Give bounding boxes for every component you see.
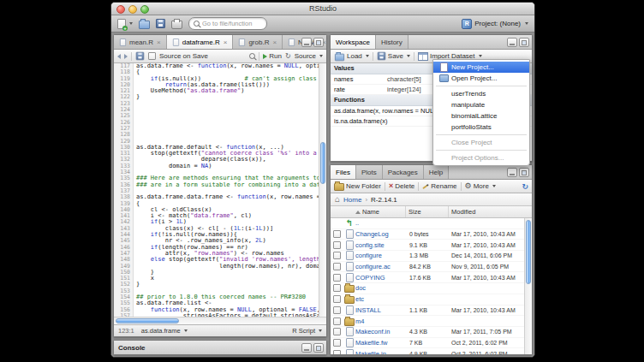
close-tab-icon[interactable]: ×: [224, 39, 228, 46]
tab-help[interactable]: Help: [424, 165, 449, 179]
minimize-pane-icon[interactable]: [301, 343, 312, 353]
file-link[interactable]: Makeconf.in: [355, 328, 407, 335]
save-workspace-button[interactable]: Save: [377, 51, 410, 61]
maximize-pane-icon[interactable]: [313, 343, 324, 353]
file-link[interactable]: ChangeLog: [355, 230, 407, 238]
source-on-save-checkbox[interactable]: [148, 52, 156, 60]
editor-tab-mean-r[interactable]: mean.R×: [114, 35, 167, 49]
scrollbar-thumb[interactable]: [320, 142, 325, 184]
column-header-modified[interactable]: Modified: [448, 206, 532, 217]
load-workspace-button[interactable]: Load: [334, 51, 369, 62]
maximize-pane-icon[interactable]: [313, 38, 324, 47]
file-checkbox[interactable]: [333, 317, 341, 325]
file-row[interactable]: config.site9.1 KBMar 17, 2010, 10:43 AM: [331, 240, 532, 251]
editor-tab-grob-r[interactable]: grob.R×: [233, 35, 283, 49]
back-icon[interactable]: [117, 54, 121, 59]
file-row[interactable]: Makefile.fw7 KBOct 2, 2011, 6:02 PM: [331, 338, 532, 349]
file-row[interactable]: m4: [331, 316, 532, 327]
file-row[interactable]: doc: [331, 283, 532, 294]
new-folder-button[interactable]: New Folder: [334, 181, 381, 191]
breadcrumb-home-link[interactable]: Home: [343, 196, 361, 204]
column-header-size[interactable]: Size: [405, 206, 448, 217]
file-checkbox[interactable]: [333, 252, 341, 259]
file-link[interactable]: Makefile.fw: [355, 339, 407, 347]
close-tab-icon[interactable]: ×: [272, 39, 277, 46]
rerun-icon[interactable]: [285, 52, 291, 60]
file-row[interactable]: configure.ac84.2 KBNov 9, 2011, 6:05 PM: [331, 262, 532, 273]
file-row[interactable]: INSTALL1.1 KBMar 17, 2010, 10:43 AM: [331, 306, 532, 317]
file-link[interactable]: COPYING: [355, 274, 407, 282]
editor-vertical-scrollbar[interactable]: [319, 63, 326, 317]
tab-workspace[interactable]: Workspace: [331, 35, 376, 49]
file-checkbox[interactable]: [333, 339, 341, 347]
editor-horizontal-scrollbar[interactable]: [114, 317, 326, 324]
project-menu-button[interactable]: R Project: (None): [462, 19, 528, 29]
maximize-pane-icon[interactable]: [519, 168, 529, 177]
menu-item-project-options[interactable]: Project Options...: [433, 152, 529, 163]
console-header[interactable]: Console: [114, 341, 326, 354]
menu-item-binomiallattice[interactable]: binomialLattice: [433, 110, 529, 122]
run-button[interactable]: Run: [263, 52, 282, 60]
file-checkbox[interactable]: [333, 328, 341, 335]
file-link[interactable]: configure.ac: [355, 263, 407, 270]
rename-button[interactable]: Rename: [422, 182, 456, 190]
delete-button[interactable]: Delete: [389, 182, 414, 190]
menu-item-new-project[interactable]: New Project...: [433, 62, 529, 73]
tab-history[interactable]: History: [376, 35, 408, 49]
save-icon[interactable]: [136, 52, 144, 60]
zoom-window-button[interactable]: [140, 5, 149, 14]
file-checkbox[interactable]: [333, 295, 341, 303]
maximize-pane-icon[interactable]: [519, 38, 529, 47]
folder-link[interactable]: doc: [355, 284, 407, 292]
titlebar[interactable]: RStudio: [111, 3, 534, 15]
file-row[interactable]: ↰..: [331, 218, 532, 229]
folder-link[interactable]: m4: [355, 317, 407, 325]
folder-link[interactable]: etc: [355, 295, 407, 303]
code-editor[interactable]: 117as.data.frame <- function(x, row.name…: [114, 63, 326, 317]
scrollbar-thumb[interactable]: [116, 318, 179, 323]
file-link[interactable]: INSTALL: [355, 306, 407, 314]
menu-item-portfoliostats[interactable]: portfolioStats: [433, 122, 529, 133]
minimize-window-button[interactable]: [128, 5, 137, 14]
file-link[interactable]: Makefile.in: [355, 350, 407, 354]
editor-tab-dataframe-r[interactable]: dataframe.R×: [167, 35, 234, 49]
file-row[interactable]: etc: [331, 294, 532, 306]
goto-file-input[interactable]: [202, 20, 262, 27]
file-row[interactable]: COPYING17.6 KBMar 17, 2010, 10:43 AM: [331, 272, 532, 283]
file-link[interactable]: configure: [355, 252, 407, 259]
file-row[interactable]: configure1.3 MBDec 14, 2011, 6:06 PM: [331, 251, 532, 262]
menu-item-open-project[interactable]: Open Project...: [433, 73, 529, 84]
menu-item-close-project[interactable]: Close Project: [433, 137, 529, 148]
refresh-icon[interactable]: [522, 182, 528, 191]
more-button[interactable]: More: [465, 182, 496, 190]
save-button[interactable]: [156, 19, 165, 28]
open-file-button[interactable]: [139, 19, 150, 29]
file-checkbox[interactable]: [333, 230, 341, 238]
file-checkbox[interactable]: [333, 350, 341, 354]
menu-item-usertrends[interactable]: userTrends: [433, 88, 529, 99]
parent-directory-link[interactable]: ..: [355, 219, 407, 227]
forward-icon[interactable]: [124, 54, 128, 59]
file-row[interactable]: Makefile.in4.9 KBOct 2, 2011, 6:02 PM: [331, 348, 532, 354]
file-type-selector[interactable]: R Script: [292, 327, 322, 335]
tab-files[interactable]: Files: [331, 165, 356, 179]
minimize-pane-icon[interactable]: [301, 38, 312, 47]
file-checkbox[interactable]: [333, 274, 341, 282]
file-checkbox[interactable]: [333, 241, 341, 249]
menu-item-manipulate[interactable]: manipulate: [433, 99, 529, 110]
scrollbar-thumb[interactable]: [526, 220, 531, 284]
new-file-button[interactable]: [117, 19, 133, 29]
home-icon[interactable]: [335, 195, 340, 204]
column-header-name[interactable]: Name: [355, 208, 405, 216]
file-row[interactable]: Makeconf.in4.3 KBMar 17, 2011, 7:05 PM: [331, 327, 532, 338]
source-button[interactable]: Source: [295, 52, 323, 60]
print-button[interactable]: [171, 19, 182, 29]
close-tab-icon[interactable]: ×: [157, 39, 161, 46]
goto-file-search[interactable]: [188, 17, 267, 30]
file-link[interactable]: config.site: [355, 241, 407, 249]
files-vertical-scrollbar[interactable]: [524, 218, 532, 354]
minimize-pane-icon[interactable]: [507, 168, 517, 177]
file-checkbox[interactable]: [333, 284, 341, 292]
scope-selector[interactable]: as.data.frame: [141, 327, 188, 335]
tab-packages[interactable]: Packages: [383, 165, 424, 179]
